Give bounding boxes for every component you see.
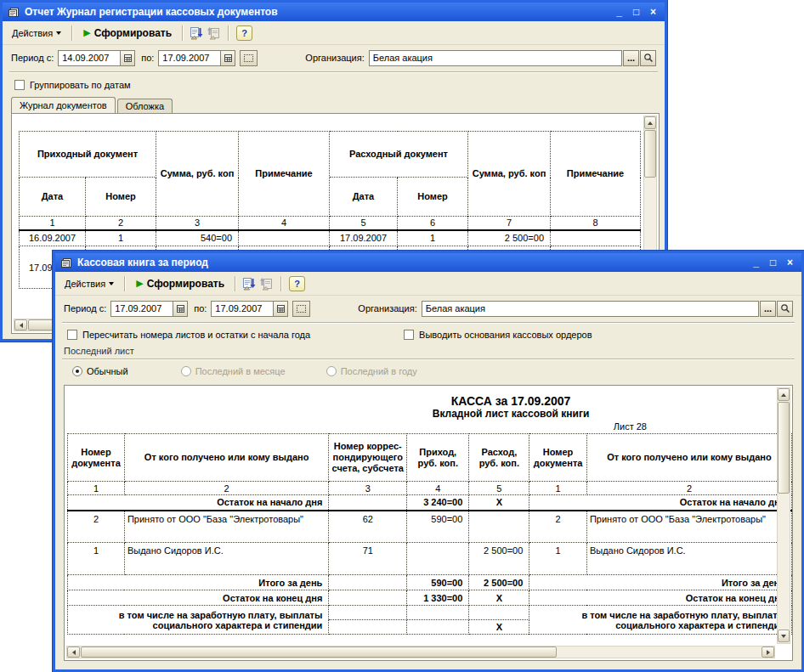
cell-expense: 2 500=00 xyxy=(469,543,529,575)
scroll-down-button[interactable] xyxy=(778,630,790,642)
separator xyxy=(62,322,795,324)
period-to-calendar-button[interactable] xyxy=(221,50,235,66)
corr-account-header: Номер коррес-пондирующего счета, субсчет… xyxy=(329,434,407,482)
generate-button[interactable]: ▶ Сформировать xyxy=(78,25,177,41)
actions-menu-button[interactable]: Действия xyxy=(7,26,66,40)
cell-income-number: 1 xyxy=(86,230,156,246)
period-to-label: по: xyxy=(141,53,154,63)
recalc-sheets-label: Пересчитать номера листов и остатки с на… xyxy=(82,330,310,340)
doc-number-header: Номер документа xyxy=(529,434,587,482)
period-picker-button[interactable] xyxy=(240,50,258,66)
recalc-sheets-checkbox[interactable] xyxy=(67,330,77,340)
total-row: Итого за день 590=00 2 500=00 Итого за д… xyxy=(68,575,792,590)
maximize-button[interactable]: □ xyxy=(630,6,643,18)
scroll-left-button[interactable] xyxy=(14,319,27,330)
window-title: Отчет Журнал регистрации кассовых докуме… xyxy=(25,6,609,18)
group-by-dates-checkbox[interactable] xyxy=(14,80,25,90)
show-basis-checkbox[interactable] xyxy=(404,330,414,340)
radio-last-in-year[interactable] xyxy=(326,366,337,376)
chevron-down-icon xyxy=(109,282,114,288)
desktop: { "chrome": { "minimize": "_", "maximize… xyxy=(0,0,804,672)
restore-settings-button[interactable] xyxy=(259,276,275,291)
income-doc-header: Приходный документ xyxy=(20,132,156,178)
opening-balance-row: Остаток на начало дня 3 240=00 X Остаток… xyxy=(68,495,792,511)
col-number: 7 xyxy=(468,217,551,230)
generate-button[interactable]: ▶ Сформировать xyxy=(131,276,229,291)
horizontal-scrollbar[interactable] xyxy=(66,646,775,658)
period-from-input[interactable]: 14.09.2007 xyxy=(58,50,121,66)
sheet-number: Лист 28 xyxy=(67,421,647,432)
cell-doc-number: 1 xyxy=(529,543,587,575)
col-number: 2 xyxy=(586,482,791,495)
tab-cover[interactable]: Обложка xyxy=(117,99,173,113)
scrollbar-thumb[interactable] xyxy=(81,647,557,658)
period-from-input[interactable]: 17.09.2007 xyxy=(110,301,173,317)
close-button[interactable]: × xyxy=(784,257,796,268)
report-document-icon xyxy=(8,7,20,18)
period-to-input[interactable]: 17.09.2007 xyxy=(158,50,221,66)
radio-normal[interactable] xyxy=(72,366,82,376)
organization-label: Организация: xyxy=(358,303,416,313)
scroll-left-button[interactable] xyxy=(67,647,80,658)
organization-open-button[interactable] xyxy=(640,50,656,66)
minimize-button[interactable]: _ xyxy=(613,6,626,18)
radio-last-in-year-label: Последний в году xyxy=(341,366,417,376)
cashbook-table: Номер документа От кого получено или ком… xyxy=(67,433,792,635)
social-label-right: в том числе на заработную плату, выплаты… xyxy=(529,606,792,635)
period-to-input[interactable]: 17.09.2007 xyxy=(211,301,274,317)
cell-expense-note xyxy=(551,230,641,246)
tab-journal-documents[interactable]: Журнал документов xyxy=(11,97,116,113)
toolbar-separator xyxy=(124,276,126,291)
total-label-right: Итого за день xyxy=(529,575,792,590)
organization-input[interactable]: Белая акация xyxy=(369,50,622,66)
period-picker-button[interactable] xyxy=(292,301,310,317)
save-settings-button[interactable] xyxy=(241,276,258,291)
minimize-button[interactable]: _ xyxy=(750,257,762,268)
col-number: 2 xyxy=(124,482,328,495)
period-from-calendar-button[interactable] xyxy=(173,301,188,317)
group-by-dates-label: Группировать по датам xyxy=(30,80,131,90)
income-header: Приход, руб. коп. xyxy=(407,434,469,482)
scroll-up-button[interactable] xyxy=(778,388,790,401)
scrollbar-thumb[interactable] xyxy=(644,130,656,178)
help-button[interactable]: ? xyxy=(289,276,305,291)
period-to-label: по: xyxy=(194,303,207,313)
journal-titlebar[interactable]: Отчет Журнал регистрации кассовых докуме… xyxy=(3,3,665,21)
cell-expense-sum: 2 500=00 xyxy=(468,230,551,246)
actions-menu-button[interactable]: Действия xyxy=(59,277,119,291)
cell-income-note xyxy=(239,230,330,246)
scroll-up-button[interactable] xyxy=(644,116,656,129)
col-number: 4 xyxy=(239,217,330,230)
scrollbar-thumb[interactable] xyxy=(778,402,790,494)
show-basis-label: Выводить основания кассовых ордеров xyxy=(419,330,592,340)
help-button[interactable]: ? xyxy=(236,25,252,41)
social-label: в том числе на заработную плату, выплаты… xyxy=(68,606,329,635)
opening-balance-label: Остаток на начало дня xyxy=(68,495,329,511)
scroll-right-button[interactable] xyxy=(762,647,774,658)
col-number: 1 xyxy=(68,482,125,495)
closing-balance-label: Остаток на конец дня xyxy=(68,590,329,606)
table-row: 2 Принято от ООО "База "Электротовары" 6… xyxy=(68,511,792,543)
doc-number-header: Номер документа xyxy=(68,434,125,482)
restore-settings-icon xyxy=(260,277,275,291)
vertical-scrollbar[interactable] xyxy=(777,387,790,644)
close-button[interactable]: × xyxy=(647,6,660,18)
organization-choose-button[interactable]: ... xyxy=(760,301,776,317)
toolbar-separator xyxy=(71,25,73,41)
cell-expense xyxy=(469,511,529,543)
organization-open-button[interactable] xyxy=(777,301,793,317)
col-number: 4 xyxy=(407,482,469,495)
save-settings-button[interactable] xyxy=(189,25,205,41)
organization-input[interactable]: Белая акация xyxy=(422,301,759,317)
table-row: 16.09.2007 1 540=00 17.09.2007 1 2 500=0… xyxy=(20,230,641,246)
radio-last-in-month[interactable] xyxy=(181,366,191,376)
cell-expense-number: 1 xyxy=(398,230,468,246)
maximize-button[interactable]: □ xyxy=(767,257,779,268)
sum-header: Сумма, руб. коп xyxy=(156,132,239,217)
restore-settings-button[interactable] xyxy=(207,25,223,41)
cashbook-titlebar[interactable]: Кассовая книга за период _ □ × xyxy=(55,253,801,272)
cell-income xyxy=(407,543,469,575)
period-to-calendar-button[interactable] xyxy=(274,301,288,317)
organization-choose-button[interactable]: ... xyxy=(623,50,639,66)
period-from-calendar-button[interactable] xyxy=(121,50,135,66)
